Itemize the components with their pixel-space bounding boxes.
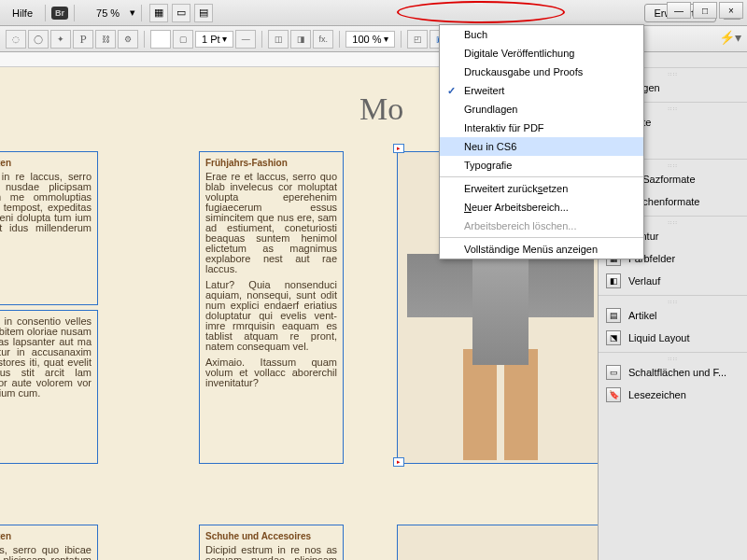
liquid-layout-icon: ⬔ [606, 330, 621, 345]
thread-in-port[interactable]: ▸ [393, 144, 404, 153]
tool-icon[interactable]: ⚙ [118, 30, 138, 49]
page-title: Mo [359, 91, 403, 127]
frame-body: Erae re et laccus, serro quo blab invele… [205, 172, 337, 274]
stroke-style[interactable]: — [235, 30, 256, 49]
opacity-icon[interactable]: ◨ [290, 30, 311, 49]
stroke-weight[interactable]: 1 Pt ▾ [195, 31, 233, 48]
image-frame[interactable] [397, 525, 602, 560]
bookmarks-icon: 🔖 [606, 387, 621, 402]
frame-body: it laccus, serro quo ibicae nusdae plici… [0, 545, 92, 560]
menu-item-erweitert[interactable]: Erweitert [440, 81, 643, 100]
panel-item-artikel[interactable]: ▤Artikel [599, 304, 747, 327]
minimize-button[interactable]: — [667, 2, 691, 19]
tool-icon[interactable]: ⛓ [95, 30, 116, 49]
fill-swatch[interactable] [150, 30, 171, 49]
corner-options-icon[interactable]: ◰ [407, 30, 428, 49]
frame-heading: idschaften [0, 158, 92, 168]
tool-icon[interactable]: ◌ [6, 30, 26, 49]
frame-body: estrum in re laccus, serro quo ti nusdae… [0, 172, 92, 244]
buttons-icon: ▭ [606, 365, 621, 380]
maximize-button[interactable]: □ [693, 2, 717, 19]
menu-item-neu-cs6[interactable]: Neu in CS6 [440, 137, 643, 156]
stroke-swatch[interactable]: ▢ [173, 30, 193, 49]
frame-heading: Frühjahrs-Fashion [205, 158, 337, 168]
panel-item-buttons[interactable]: ▭Schaltflächen und F... [599, 361, 747, 384]
arrange-icon[interactable]: ▤ [194, 4, 213, 22]
tool-icon[interactable]: ◯ [28, 30, 49, 49]
panel-item-verlauf[interactable]: ◧Verlauf [599, 270, 747, 292]
workspace-dropdown: Buch Digitale Veröffentlichung Druckausg… [439, 24, 644, 259]
tool-icon[interactable]: ✦ [50, 30, 71, 49]
panel-item-bookmarks[interactable]: 🔖Lesezeichen [599, 384, 747, 406]
frame-body: Latur? Quia nonsenduci aquiam, nonsequi,… [205, 280, 337, 352]
frame-heading: idschaften [0, 531, 92, 541]
gradient-icon: ◧ [606, 273, 621, 288]
lightning-icon[interactable]: ⚡▾ [719, 30, 741, 45]
text-frame[interactable]: Schuhe und Accesoires Dicipid estrum in … [199, 525, 344, 560]
menu-item-full-menus[interactable]: Vollständige Menüs anzeigen [440, 240, 643, 259]
menu-item-delete-ws[interactable]: Arbeitsbereich löschen... [440, 217, 643, 235]
help-menu[interactable]: Hilfe [6, 5, 39, 21]
frame-body: sam et, in consentio velles num nobitem … [0, 316, 92, 399]
text-frame[interactable]: Frühjahrs-Fashion Erae re et laccus, ser… [199, 151, 344, 464]
menu-item-typografie[interactable]: Typografie [440, 156, 643, 175]
frame-body: Aximaio. Itassum quam volum et vollacc a… [205, 357, 337, 388]
menu-item-reset[interactable]: Erweitert zurücksetzen [440, 179, 643, 198]
text-frame[interactable]: idschaften it laccus, serro quo ibicae n… [0, 525, 98, 560]
menu-item-digital[interactable]: Digitale Veröffentlichung [440, 44, 643, 63]
zoom-level[interactable]: 75 % [90, 5, 126, 21]
screen-mode-icon[interactable]: ▭ [172, 4, 190, 22]
effects-icon[interactable]: ◫ [268, 30, 289, 49]
window-controls: — □ × [665, 2, 743, 19]
view-options-icon[interactable]: ▦ [149, 4, 168, 22]
menu-item-interaktiv[interactable]: Interaktiv für PDF [440, 119, 643, 137]
thread-out-port[interactable]: ▸ [393, 457, 404, 467]
text-frame[interactable]: sam et, in consentio velles num nobitem … [0, 310, 98, 464]
panel-item-liquid[interactable]: ⬔Liquid Layout [599, 327, 747, 349]
app-topbar: Hilfe Br 75 % ▾ ▦ ▭ ▤ Erweitert [0, 0, 747, 26]
menu-item-new-ws[interactable]: Neuer Arbeitsbereich... [440, 198, 643, 217]
articles-icon: ▤ [606, 308, 621, 323]
text-frame[interactable]: idschaften estrum in re laccus, serro qu… [0, 151, 98, 305]
opacity-value[interactable]: 100 % ▾ [345, 31, 395, 48]
menu-item-grundlagen[interactable]: Grundlagen [440, 100, 643, 119]
menu-item-druck[interactable]: Druckausgabe und Proofs [440, 63, 643, 81]
close-button[interactable]: × [719, 2, 743, 19]
menu-item-buch[interactable]: Buch [440, 25, 643, 44]
bridge-button[interactable]: Br [51, 7, 68, 20]
fx-button[interactable]: fx. [313, 30, 333, 49]
frame-body: Dicipid estrum in re nos as sequam nusda… [205, 545, 337, 560]
tool-p-icon[interactable]: P [73, 30, 93, 49]
frame-heading: Schuhe und Accesoires [205, 531, 337, 541]
